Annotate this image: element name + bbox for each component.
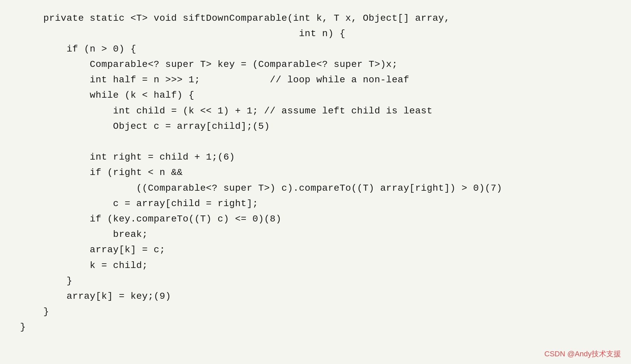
code-container: private static <T> void siftDownComparab… — [0, 0, 631, 346]
footer-text: CSDN @Andy技术支援 — [544, 349, 621, 359]
footer: CSDN @Andy技术支援 — [0, 346, 631, 364]
code-block: private static <T> void siftDownComparab… — [20, 11, 611, 335]
